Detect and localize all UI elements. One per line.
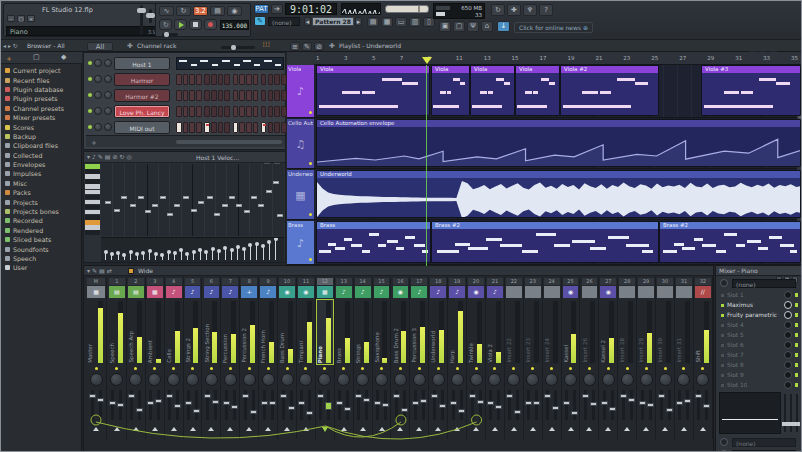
step-cell[interactable] bbox=[261, 122, 267, 133]
step-cell[interactable] bbox=[261, 74, 267, 85]
loop-record-icon[interactable]: ↻ bbox=[176, 6, 191, 16]
strip-fader-handle[interactable] bbox=[506, 394, 513, 398]
strip-fader[interactable] bbox=[452, 390, 455, 420]
fx-slot[interactable]: Slot 6 bbox=[719, 341, 800, 350]
strip-fader-handle[interactable] bbox=[363, 398, 370, 402]
strip-route-arrow[interactable] bbox=[208, 427, 214, 431]
velocity-marker[interactable] bbox=[137, 255, 138, 260]
mixer-strip-26[interactable]: 26Insert 26 bbox=[581, 277, 600, 439]
strip-route-arrow[interactable] bbox=[492, 427, 498, 431]
strip-pan-knob[interactable] bbox=[375, 373, 388, 386]
piano-key[interactable] bbox=[85, 205, 100, 210]
fx-slot[interactable]: Slot 1 bbox=[719, 291, 800, 300]
mixer-strip-20[interactable]: 20◉Twinkle bbox=[467, 277, 486, 439]
strip-fader[interactable] bbox=[263, 390, 266, 420]
strip-fader-handle[interactable] bbox=[458, 409, 465, 413]
browser-item[interactable]: Mixer presets bbox=[1, 113, 82, 122]
velocity-marker[interactable] bbox=[130, 253, 131, 260]
strip-pan-knob[interactable] bbox=[696, 373, 709, 386]
piano-roll-note[interactable] bbox=[130, 204, 136, 207]
step-cell[interactable] bbox=[268, 90, 274, 101]
browser-toggle-icon[interactable]: ▥ bbox=[409, 17, 421, 27]
step-cell[interactable] bbox=[176, 90, 182, 101]
strip-fader-handle[interactable] bbox=[288, 406, 295, 410]
step-cell[interactable] bbox=[281, 122, 287, 133]
fx-eq-fader[interactable] bbox=[790, 394, 792, 432]
channel-button[interactable]: Harmor bbox=[114, 73, 170, 86]
strip-fader-handle[interactable] bbox=[185, 401, 192, 405]
piano-roll-note[interactable] bbox=[266, 190, 272, 193]
strip-fader[interactable] bbox=[489, 390, 492, 420]
browser-item[interactable]: Recent files bbox=[1, 75, 82, 84]
step-cell[interactable] bbox=[224, 106, 230, 117]
piano-roll-note[interactable] bbox=[183, 196, 189, 199]
step-cell[interactable] bbox=[246, 74, 252, 85]
mixer-color-chip[interactable] bbox=[128, 268, 134, 274]
velocity-marker[interactable] bbox=[212, 250, 213, 260]
step-cell[interactable] bbox=[239, 122, 245, 133]
strip-fader[interactable] bbox=[376, 390, 379, 420]
mixer-strip-12[interactable]: 12▦Piano bbox=[316, 277, 335, 439]
strip-pan-knob[interactable] bbox=[583, 373, 596, 386]
news-button[interactable]: Click for online news ⊕ bbox=[514, 22, 593, 33]
piano-roll-note[interactable] bbox=[277, 214, 283, 217]
channel-button[interactable]: Host 1 bbox=[114, 57, 170, 70]
strip-fader[interactable] bbox=[565, 390, 568, 420]
fx-eq-fader[interactable] bbox=[784, 394, 786, 432]
strip-fader-2[interactable] bbox=[346, 390, 349, 420]
strip-fader-2[interactable] bbox=[668, 390, 671, 420]
strip-fader-handle[interactable] bbox=[109, 401, 116, 405]
channel-led[interactable] bbox=[88, 61, 92, 65]
playhead-marker[interactable] bbox=[422, 57, 432, 64]
strip-color-header[interactable]: ♪ bbox=[411, 286, 427, 298]
mixer-strip-27[interactable]: 27◉Kassel 2 bbox=[599, 277, 618, 439]
piano-roll-note[interactable] bbox=[222, 204, 228, 207]
strip-color-header[interactable]: ♪ bbox=[260, 286, 276, 298]
strip-pan-knob[interactable] bbox=[110, 373, 123, 386]
mixer-strip-24[interactable]: 24Insert 24 bbox=[543, 277, 562, 439]
strip-fader-handle[interactable] bbox=[166, 394, 173, 398]
strip-fader-handle[interactable] bbox=[223, 401, 230, 405]
swing-slider[interactable] bbox=[221, 46, 255, 49]
step-cell[interactable] bbox=[239, 74, 245, 85]
strip-fader[interactable] bbox=[300, 390, 303, 420]
step-cell[interactable] bbox=[183, 90, 189, 101]
strip-fader-2[interactable] bbox=[460, 390, 463, 420]
strip-fader-2[interactable] bbox=[686, 390, 689, 420]
velocity-marker[interactable] bbox=[225, 249, 226, 260]
add-channel-button[interactable]: ＋ bbox=[90, 137, 98, 148]
strip-color-header[interactable] bbox=[676, 286, 692, 298]
strip-fader-2[interactable] bbox=[99, 390, 102, 420]
step-cell[interactable] bbox=[224, 122, 230, 133]
step-cell[interactable] bbox=[274, 106, 280, 117]
fx-slot-knob[interactable] bbox=[784, 301, 792, 309]
strip-fader[interactable] bbox=[225, 390, 228, 420]
mixer-strip-13[interactable]: 13♪Brass bbox=[335, 277, 354, 439]
piano-roll-note[interactable] bbox=[251, 196, 257, 199]
strip-pan-knob[interactable] bbox=[318, 373, 331, 386]
velocity-marker[interactable] bbox=[149, 252, 150, 260]
step-cell[interactable] bbox=[274, 122, 280, 133]
mixer-strip-11[interactable]: 11◉Timpani bbox=[297, 277, 316, 439]
strip-pan-knob[interactable] bbox=[262, 373, 275, 386]
playlist-clip[interactable]: Viola bbox=[515, 65, 560, 116]
strip-route-arrow[interactable] bbox=[662, 427, 668, 431]
piano-roll-note[interactable] bbox=[105, 201, 111, 204]
mixer-strip-16[interactable]: 16◉Bass Drum 2 bbox=[392, 277, 411, 439]
strip-fader[interactable] bbox=[319, 390, 322, 420]
fx-slot-enable-led[interactable] bbox=[795, 323, 798, 327]
fx-slot-enable-led[interactable] bbox=[795, 373, 798, 377]
strip-color-header[interactable]: ◉ bbox=[600, 286, 616, 298]
strip-fader-handle[interactable] bbox=[469, 394, 476, 398]
track-mute-led[interactable] bbox=[309, 162, 312, 165]
strip-route-arrow[interactable] bbox=[643, 427, 649, 431]
strip-fader-2[interactable] bbox=[611, 390, 614, 420]
strip-route-arrow[interactable] bbox=[341, 427, 347, 431]
tempo-display[interactable]: 135.000 bbox=[220, 20, 249, 30]
step-cell[interactable] bbox=[211, 74, 217, 85]
browser-item[interactable]: Plugin presets bbox=[1, 94, 82, 103]
strip-color-header[interactable] bbox=[619, 286, 635, 298]
pattern-next-button[interactable]: ▸ bbox=[355, 17, 362, 26]
strip-fader[interactable] bbox=[678, 390, 681, 420]
browser-item[interactable]: User bbox=[1, 263, 82, 272]
